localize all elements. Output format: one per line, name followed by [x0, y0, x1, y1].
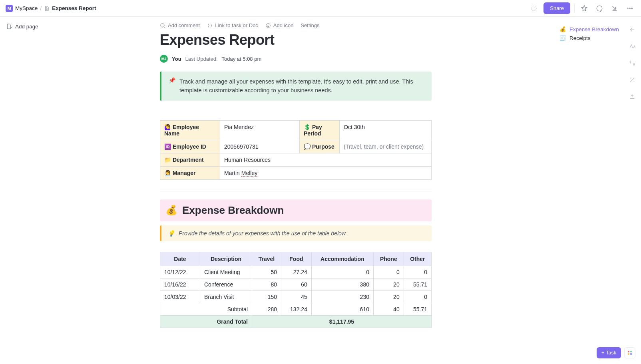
outline-item-receipts[interactable]: 🧾 Receipts — [559, 34, 635, 42]
author-avatar[interactable]: MJ — [160, 55, 168, 63]
mgr-label: Manager — [173, 170, 196, 176]
outline-item-breakdown[interactable]: 💰 Expense Breakdown — [559, 25, 635, 34]
purpose-value[interactable]: (Travel, team, or client expense) — [340, 140, 432, 153]
expense-cell[interactable]: 10/03/22 — [160, 290, 200, 303]
expense-cell[interactable]: Client Meeting — [200, 266, 252, 278]
export-icon[interactable] — [627, 91, 638, 102]
expense-cell[interactable]: 380 — [311, 278, 373, 290]
add-icon-button[interactable]: Add icon — [265, 22, 294, 28]
svg-line-6 — [164, 26, 165, 27]
divider — [574, 4, 575, 12]
add-icon-label: Add icon — [273, 22, 294, 28]
document-icon — [44, 6, 50, 11]
expense-cell[interactable]: 230 — [311, 290, 373, 303]
add-page-icon — [6, 23, 12, 30]
expense-cell[interactable]: 50 — [252, 266, 281, 278]
comment-icon[interactable] — [594, 3, 605, 14]
add-page-button[interactable]: Add page — [6, 23, 98, 30]
expense-header: Travel — [252, 252, 281, 266]
favorite-icon[interactable] — [579, 3, 590, 14]
expense-header: Other — [404, 252, 431, 266]
dept-label: Department — [173, 157, 204, 163]
pay-period-value[interactable]: Oct 30th — [340, 120, 432, 140]
expense-cell[interactable]: 80 — [252, 278, 281, 290]
expense-cell[interactable]: 45 — [281, 290, 312, 303]
plus-icon: + — [601, 350, 604, 356]
moneybag-icon: 💰 — [559, 26, 566, 32]
share-button[interactable]: Share — [543, 2, 570, 14]
ai-icon[interactable] — [627, 58, 638, 69]
expense-cell[interactable]: 150 — [252, 290, 281, 303]
more-icon[interactable] — [624, 3, 635, 14]
hint-banner[interactable]: 💡 Provide the details of your expenses w… — [160, 225, 432, 241]
sidebar-left: Add page — [0, 17, 104, 364]
typography-icon[interactable] — [627, 41, 638, 52]
new-task-button[interactable]: + Task — [597, 347, 621, 358]
add-comment-button[interactable]: Add comment — [160, 22, 200, 28]
breadcrumb-doc[interactable]: Expenses Report — [52, 5, 96, 11]
expense-cell[interactable]: 0 — [404, 266, 431, 278]
svg-point-4 — [631, 8, 633, 9]
intro-banner[interactable]: 📌 Track and manage all your expenses wit… — [160, 72, 432, 101]
expense-cell[interactable]: 60 — [281, 278, 312, 290]
top-actions: Share — [528, 2, 635, 14]
comment-icon — [160, 23, 165, 28]
updated-label: Last Updated: — [185, 56, 218, 62]
top-bar: M MySpace / Expenses Report Share — [0, 0, 641, 17]
svg-point-9 — [269, 25, 269, 25]
link-icon — [207, 23, 213, 28]
section-heading-breakdown[interactable]: 💰 Expense Breakdown — [160, 199, 432, 221]
expense-row[interactable]: 10/03/22Branch Visit15045230200 — [160, 290, 432, 303]
page-title[interactable]: Expenses Report — [160, 32, 432, 48]
expense-header: Phone — [373, 252, 404, 266]
thought-icon: 💭 — [304, 143, 311, 150]
download-icon[interactable] — [609, 3, 620, 14]
right-rail — [626, 24, 639, 102]
breadcrumb: M MySpace / Expenses Report — [6, 5, 96, 12]
subtotal-travel: 280 — [252, 303, 281, 315]
expense-cell[interactable]: 20 — [373, 278, 404, 290]
expense-table[interactable]: DateDescriptionTravelFoodAccommodationPh… — [160, 252, 432, 328]
doc-toolbar: Add comment Link to task or Doc Add icon… — [160, 22, 432, 28]
emp-name-value[interactable]: Pia Mendez — [220, 120, 300, 140]
subtotal-other: 55.71 — [404, 303, 431, 315]
wand-icon[interactable] — [627, 74, 638, 86]
expense-cell[interactable]: 27.24 — [281, 266, 312, 278]
expense-cell[interactable]: Conference — [200, 278, 252, 290]
employee-info-table[interactable]: 🙋‍♀️ Employee Name Pia Mendez 💲 Pay Peri… — [160, 120, 432, 180]
svg-point-7 — [266, 23, 271, 28]
expense-cell[interactable]: 20 — [373, 290, 404, 303]
svg-point-0 — [532, 6, 536, 11]
emp-id-value[interactable]: 20056970731 — [220, 140, 300, 153]
space-icon[interactable]: M — [6, 5, 13, 12]
lightbulb-icon: 💡 — [168, 230, 175, 237]
svg-point-5 — [161, 23, 164, 27]
breadcrumb-separator: / — [40, 5, 42, 12]
outline-receipts-label: Receipts — [569, 35, 591, 41]
expense-cell[interactable]: 55.71 — [404, 278, 431, 290]
expense-cell[interactable]: Branch Visit — [200, 290, 252, 303]
mgr-value[interactable]: Martin Melley — [220, 166, 432, 179]
svg-point-2 — [627, 8, 628, 9]
id-icon: 🆔 — [164, 143, 171, 150]
expense-row[interactable]: 10/16/22Conference80603802055.71 — [160, 278, 432, 290]
author-label: You — [172, 56, 181, 62]
purpose-label: Purpose — [312, 143, 334, 150]
settings-button[interactable]: Settings — [301, 22, 319, 28]
expense-cell[interactable]: 0 — [404, 290, 431, 303]
smile-icon — [265, 23, 271, 28]
dept-value[interactable]: Human Resources — [220, 153, 432, 166]
receipt-icon: 🧾 — [559, 35, 566, 41]
breadcrumb-space[interactable]: MySpace — [15, 5, 38, 11]
expense-cell[interactable]: 10/16/22 — [160, 278, 200, 290]
expense-row[interactable]: 10/12/22Client Meeting5027.24000 — [160, 266, 432, 278]
apps-button[interactable] — [624, 347, 635, 358]
expand-icon[interactable] — [627, 24, 638, 35]
expense-cell[interactable]: 0 — [373, 266, 404, 278]
manager-icon: 👩‍💼 — [164, 170, 171, 176]
link-task-button[interactable]: Link to task or Doc — [207, 22, 258, 28]
moneybag-icon: 💰 — [165, 205, 177, 216]
expense-cell[interactable]: 10/12/22 — [160, 266, 200, 278]
expense-cell[interactable]: 0 — [311, 266, 373, 278]
doc-meta: MJ You Last Updated: Today at 5:08 pm — [160, 55, 432, 63]
